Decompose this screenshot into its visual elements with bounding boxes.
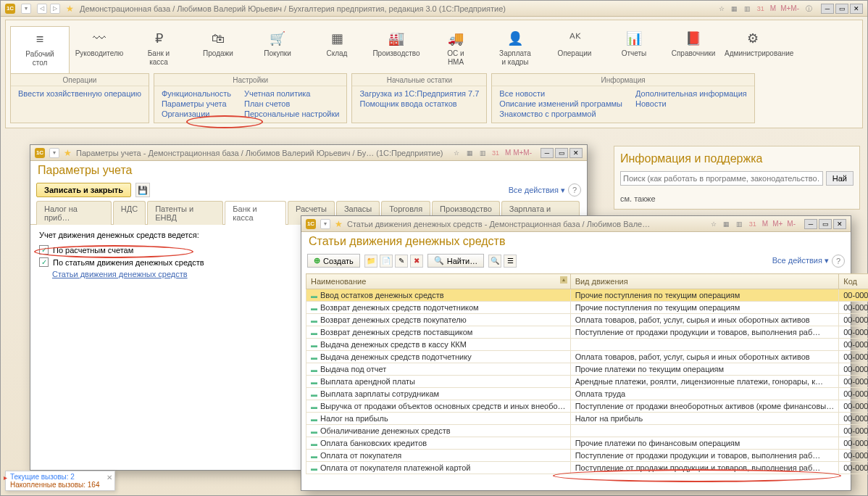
save-icon[interactable]: 💾 bbox=[135, 183, 150, 197]
sub-link[interactable]: Организации bbox=[162, 109, 231, 118]
edit-pencil-icon[interactable]: ✎ bbox=[395, 255, 408, 268]
sub-link[interactable]: Функциональность bbox=[162, 89, 231, 98]
table-row[interactable]: ▬Возврат денежных средств покупателюОпла… bbox=[306, 314, 869, 326]
close-icon[interactable]: ✕ bbox=[107, 474, 112, 481]
table-row[interactable]: ▬Выплата арендной платыАрендные платежи,… bbox=[306, 376, 869, 388]
tool-icon[interactable]: 31 bbox=[756, 4, 766, 14]
find-button[interactable]: 🔍 Найти… bbox=[427, 254, 484, 268]
sub-link[interactable]: Новости bbox=[635, 99, 747, 108]
info-icon[interactable]: ⓘ bbox=[804, 4, 814, 14]
section-6[interactable]: 🏭Производство bbox=[367, 26, 426, 73]
create-button[interactable]: ⊕Создать bbox=[307, 254, 360, 268]
tool-icon[interactable]: ☆ bbox=[717, 4, 727, 14]
minimize-icon[interactable]: ─ bbox=[804, 219, 817, 229]
m-button[interactable]: M bbox=[761, 220, 769, 228]
table-row[interactable]: ▬Выдача денежных средств в кассу ККМ00-0… bbox=[306, 339, 869, 351]
m-button[interactable]: M bbox=[769, 4, 777, 12]
sub-link[interactable]: Параметры учета bbox=[162, 99, 231, 108]
section-9[interactable]: ᴬᴷОперации bbox=[545, 26, 604, 73]
sub-link[interactable]: Ввести хозяйственную операцию bbox=[18, 89, 141, 98]
col-type[interactable]: Вид движения bbox=[570, 274, 839, 289]
maximize-icon[interactable]: ▭ bbox=[555, 148, 568, 158]
section-10[interactable]: 📊Отчеты bbox=[604, 26, 664, 73]
tab-1[interactable]: НДС bbox=[113, 201, 146, 225]
minimize-icon[interactable]: ─ bbox=[821, 4, 834, 14]
sub-link[interactable]: Помощник ввода остатков bbox=[359, 99, 479, 108]
nav-fwd-icon[interactable]: ▷ bbox=[50, 4, 60, 14]
table-row[interactable]: ▬Обналичивание денежных средств00-000017 bbox=[306, 425, 869, 437]
close-icon[interactable]: ✕ bbox=[569, 148, 583, 158]
m-button[interactable]: M M+M- bbox=[504, 149, 533, 157]
nav-back-icon[interactable]: ◁ bbox=[37, 4, 47, 14]
section-12[interactable]: ⚙Администрирование bbox=[723, 26, 783, 73]
m-minus-button[interactable]: M- bbox=[785, 220, 797, 228]
table-row[interactable]: ▬Выплата зарплаты сотрудникамОплата труд… bbox=[306, 388, 869, 400]
table-row[interactable]: ▬Выдача под отчетПрочие платежи по текущ… bbox=[306, 363, 869, 376]
table-row[interactable]: ▬Ввод остатков денежных средствПрочие по… bbox=[306, 289, 869, 302]
sub-link[interactable]: Знакомство с программой bbox=[499, 109, 622, 118]
minimize-icon[interactable]: ─ bbox=[541, 148, 554, 158]
maximize-icon[interactable]: ▭ bbox=[835, 4, 848, 14]
section-1[interactable]: 〰Руководителю bbox=[70, 26, 129, 73]
list-icon[interactable]: ☰ bbox=[504, 255, 517, 268]
section-7[interactable]: 🚚ОС иНМА bbox=[426, 26, 485, 73]
sub-link[interactable]: Персональные настройки bbox=[244, 109, 339, 118]
filter-icon[interactable]: 🔍 bbox=[488, 255, 501, 268]
m-plus-button[interactable]: M+ bbox=[771, 220, 784, 228]
section-11[interactable]: 📕Справочники bbox=[664, 26, 723, 73]
tool-icon[interactable]: ☆ bbox=[451, 148, 462, 158]
tool-icon[interactable]: ▥ bbox=[743, 4, 753, 14]
maximize-icon[interactable]: ▭ bbox=[819, 219, 832, 229]
dropdown-icon[interactable]: ▾ bbox=[21, 4, 31, 14]
star-icon[interactable]: ★ bbox=[64, 148, 72, 158]
star-icon[interactable]: ★ bbox=[335, 219, 343, 229]
tool-icon[interactable]: ▥ bbox=[735, 219, 745, 229]
close-icon[interactable]: ✕ bbox=[850, 4, 863, 14]
dropdown-icon[interactable]: ▾ bbox=[49, 148, 59, 158]
all-actions-link[interactable]: Все действия ▾ bbox=[772, 256, 829, 265]
section-4[interactable]: 🛒Покупки bbox=[248, 26, 307, 73]
section-5[interactable]: ▦Склад bbox=[307, 26, 367, 73]
tab-3[interactable]: Банк и касса bbox=[225, 201, 286, 225]
tab-2[interactable]: Патенты и ЕНВД bbox=[147, 201, 223, 225]
col-name[interactable]: Наименование▴ bbox=[306, 274, 571, 289]
help-icon[interactable]: ? bbox=[568, 183, 581, 197]
star-icon[interactable]: ★ bbox=[66, 4, 74, 14]
save-close-button[interactable]: Записать и закрыть bbox=[36, 183, 131, 197]
table-row[interactable]: ▬Возврат денежных средств поставщикомПос… bbox=[306, 326, 869, 339]
sub-link[interactable]: План счетов bbox=[244, 99, 339, 108]
close-icon[interactable]: ✕ bbox=[833, 219, 846, 229]
tool-icon[interactable]: ▦ bbox=[722, 219, 732, 229]
tool-icon[interactable]: 31 bbox=[491, 148, 501, 158]
section-2[interactable]: ₽Банк икасса bbox=[129, 26, 188, 73]
tool-icon[interactable]: ☆ bbox=[709, 219, 719, 229]
col-code[interactable]: Код bbox=[839, 274, 868, 289]
table-row[interactable]: ▬Оплата от покупателя платежной картойПо… bbox=[306, 462, 869, 474]
delete-icon[interactable]: ✖ bbox=[410, 255, 423, 268]
tool-icon[interactable]: ▥ bbox=[477, 148, 488, 158]
sub-link[interactable]: Описание изменений программы bbox=[499, 99, 622, 108]
section-3[interactable]: 🛍Продажи bbox=[188, 26, 248, 73]
search-input[interactable] bbox=[620, 171, 823, 186]
tab-0[interactable]: Налог на приб… bbox=[36, 201, 112, 225]
m-plus-button[interactable]: M+M- bbox=[779, 4, 801, 12]
sub-link[interactable]: Все новости bbox=[499, 89, 622, 98]
section-8[interactable]: 👤Зарплатаи кадры bbox=[485, 26, 545, 73]
table-row[interactable]: ▬Налог на прибыльНалог на прибыль00-0000… bbox=[306, 413, 869, 425]
table-row[interactable]: ▬Оплата банковских кредитовПрочие платеж… bbox=[306, 437, 869, 450]
sub-link[interactable]: Учетная политика bbox=[244, 89, 339, 98]
section-0[interactable]: ≡Рабочийстол bbox=[10, 26, 70, 73]
sub-link[interactable]: Загрузка из 1С:Предприятия 7.7 bbox=[359, 89, 479, 98]
all-actions-link[interactable]: Все действия ▾ bbox=[509, 186, 565, 195]
table-row[interactable]: ▬Выдача денежных средств подотчетникуОпл… bbox=[306, 351, 869, 363]
tool-icon[interactable]: ▦ bbox=[464, 148, 475, 158]
table-row[interactable]: ▬Выручка от продажи объектов основных ср… bbox=[306, 400, 869, 413]
dropdown-icon[interactable]: ▾ bbox=[320, 219, 330, 229]
tool-icon[interactable]: ▦ bbox=[730, 4, 740, 14]
help-icon[interactable]: ? bbox=[832, 255, 845, 268]
search-button[interactable]: Най bbox=[826, 171, 854, 186]
checkbox-checked-icon[interactable]: ✓ bbox=[39, 245, 49, 255]
sub-link[interactable]: Дополнительная информация bbox=[635, 89, 747, 98]
new-folder-icon[interactable]: 📁 bbox=[364, 255, 377, 268]
table-row[interactable]: ▬Оплата от покупателяПоступление от прод… bbox=[306, 450, 869, 462]
